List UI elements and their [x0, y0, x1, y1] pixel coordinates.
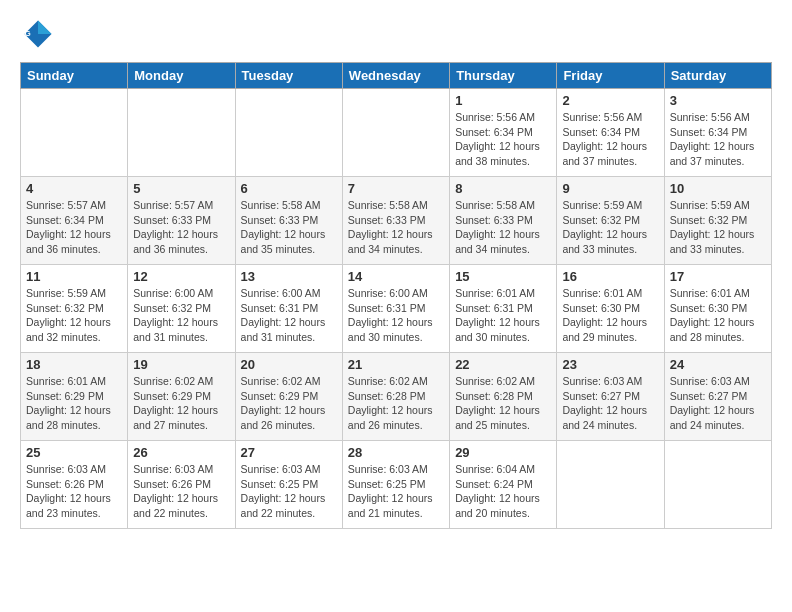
day-cell: 15Sunrise: 6:01 AM Sunset: 6:31 PM Dayli…: [450, 265, 557, 353]
day-cell: 20Sunrise: 6:02 AM Sunset: 6:29 PM Dayli…: [235, 353, 342, 441]
day-cell: 27Sunrise: 6:03 AM Sunset: 6:25 PM Dayli…: [235, 441, 342, 529]
day-cell: [342, 89, 449, 177]
day-info: Sunrise: 5:56 AM Sunset: 6:34 PM Dayligh…: [455, 110, 551, 169]
day-number: 9: [562, 181, 658, 196]
day-cell: 7Sunrise: 5:58 AM Sunset: 6:33 PM Daylig…: [342, 177, 449, 265]
day-number: 19: [133, 357, 229, 372]
day-info: Sunrise: 5:59 AM Sunset: 6:32 PM Dayligh…: [562, 198, 658, 257]
calendar-table: SundayMondayTuesdayWednesdayThursdayFrid…: [20, 62, 772, 529]
day-info: Sunrise: 6:02 AM Sunset: 6:28 PM Dayligh…: [455, 374, 551, 433]
day-cell: 26Sunrise: 6:03 AM Sunset: 6:26 PM Dayli…: [128, 441, 235, 529]
day-cell: 24Sunrise: 6:03 AM Sunset: 6:27 PM Dayli…: [664, 353, 771, 441]
day-number: 3: [670, 93, 766, 108]
day-info: Sunrise: 6:01 AM Sunset: 6:30 PM Dayligh…: [562, 286, 658, 345]
day-info: Sunrise: 5:57 AM Sunset: 6:34 PM Dayligh…: [26, 198, 122, 257]
col-header-saturday: Saturday: [664, 63, 771, 89]
day-cell: 4Sunrise: 5:57 AM Sunset: 6:34 PM Daylig…: [21, 177, 128, 265]
day-cell: 10Sunrise: 5:59 AM Sunset: 6:32 PM Dayli…: [664, 177, 771, 265]
col-header-friday: Friday: [557, 63, 664, 89]
col-header-thursday: Thursday: [450, 63, 557, 89]
day-number: 4: [26, 181, 122, 196]
day-cell: 25Sunrise: 6:03 AM Sunset: 6:26 PM Dayli…: [21, 441, 128, 529]
day-info: Sunrise: 6:00 AM Sunset: 6:31 PM Dayligh…: [241, 286, 337, 345]
day-info: Sunrise: 5:59 AM Sunset: 6:32 PM Dayligh…: [26, 286, 122, 345]
page: G SundayMondayTuesdayWednesdayThursdayFr…: [0, 0, 792, 612]
day-info: Sunrise: 5:58 AM Sunset: 6:33 PM Dayligh…: [241, 198, 337, 257]
day-cell: 13Sunrise: 6:00 AM Sunset: 6:31 PM Dayli…: [235, 265, 342, 353]
day-number: 20: [241, 357, 337, 372]
day-number: 7: [348, 181, 444, 196]
col-header-sunday: Sunday: [21, 63, 128, 89]
day-number: 14: [348, 269, 444, 284]
col-header-monday: Monday: [128, 63, 235, 89]
day-cell: [557, 441, 664, 529]
day-number: 15: [455, 269, 551, 284]
day-cell: 2Sunrise: 5:56 AM Sunset: 6:34 PM Daylig…: [557, 89, 664, 177]
day-number: 16: [562, 269, 658, 284]
day-cell: 11Sunrise: 5:59 AM Sunset: 6:32 PM Dayli…: [21, 265, 128, 353]
day-number: 28: [348, 445, 444, 460]
day-cell: 6Sunrise: 5:58 AM Sunset: 6:33 PM Daylig…: [235, 177, 342, 265]
col-header-tuesday: Tuesday: [235, 63, 342, 89]
day-number: 25: [26, 445, 122, 460]
day-info: Sunrise: 6:01 AM Sunset: 6:30 PM Dayligh…: [670, 286, 766, 345]
day-info: Sunrise: 6:02 AM Sunset: 6:29 PM Dayligh…: [133, 374, 229, 433]
day-info: Sunrise: 6:03 AM Sunset: 6:27 PM Dayligh…: [562, 374, 658, 433]
week-row-1: 4Sunrise: 5:57 AM Sunset: 6:34 PM Daylig…: [21, 177, 772, 265]
day-number: 6: [241, 181, 337, 196]
day-info: Sunrise: 6:00 AM Sunset: 6:31 PM Dayligh…: [348, 286, 444, 345]
week-row-0: 1Sunrise: 5:56 AM Sunset: 6:34 PM Daylig…: [21, 89, 772, 177]
day-info: Sunrise: 6:01 AM Sunset: 6:29 PM Dayligh…: [26, 374, 122, 433]
logo-icon: G: [20, 16, 56, 52]
week-row-4: 25Sunrise: 6:03 AM Sunset: 6:26 PM Dayli…: [21, 441, 772, 529]
day-cell: 29Sunrise: 6:04 AM Sunset: 6:24 PM Dayli…: [450, 441, 557, 529]
day-info: Sunrise: 6:03 AM Sunset: 6:25 PM Dayligh…: [348, 462, 444, 521]
day-cell: 12Sunrise: 6:00 AM Sunset: 6:32 PM Dayli…: [128, 265, 235, 353]
day-number: 5: [133, 181, 229, 196]
day-number: 18: [26, 357, 122, 372]
day-cell: [664, 441, 771, 529]
day-info: Sunrise: 6:03 AM Sunset: 6:26 PM Dayligh…: [26, 462, 122, 521]
logo: G: [20, 16, 60, 52]
day-cell: 5Sunrise: 5:57 AM Sunset: 6:33 PM Daylig…: [128, 177, 235, 265]
day-cell: [21, 89, 128, 177]
day-cell: 22Sunrise: 6:02 AM Sunset: 6:28 PM Dayli…: [450, 353, 557, 441]
day-info: Sunrise: 6:02 AM Sunset: 6:28 PM Dayligh…: [348, 374, 444, 433]
day-info: Sunrise: 6:01 AM Sunset: 6:31 PM Dayligh…: [455, 286, 551, 345]
week-row-2: 11Sunrise: 5:59 AM Sunset: 6:32 PM Dayli…: [21, 265, 772, 353]
day-info: Sunrise: 5:56 AM Sunset: 6:34 PM Dayligh…: [562, 110, 658, 169]
day-info: Sunrise: 5:58 AM Sunset: 6:33 PM Dayligh…: [455, 198, 551, 257]
day-cell: 17Sunrise: 6:01 AM Sunset: 6:30 PM Dayli…: [664, 265, 771, 353]
day-cell: 19Sunrise: 6:02 AM Sunset: 6:29 PM Dayli…: [128, 353, 235, 441]
day-info: Sunrise: 6:03 AM Sunset: 6:27 PM Dayligh…: [670, 374, 766, 433]
day-number: 27: [241, 445, 337, 460]
day-number: 2: [562, 93, 658, 108]
day-number: 22: [455, 357, 551, 372]
day-number: 26: [133, 445, 229, 460]
day-info: Sunrise: 6:04 AM Sunset: 6:24 PM Dayligh…: [455, 462, 551, 521]
day-cell: 1Sunrise: 5:56 AM Sunset: 6:34 PM Daylig…: [450, 89, 557, 177]
day-cell: 8Sunrise: 5:58 AM Sunset: 6:33 PM Daylig…: [450, 177, 557, 265]
header-row: SundayMondayTuesdayWednesdayThursdayFrid…: [21, 63, 772, 89]
week-row-3: 18Sunrise: 6:01 AM Sunset: 6:29 PM Dayli…: [21, 353, 772, 441]
day-cell: 23Sunrise: 6:03 AM Sunset: 6:27 PM Dayli…: [557, 353, 664, 441]
day-cell: [235, 89, 342, 177]
day-number: 17: [670, 269, 766, 284]
day-info: Sunrise: 5:57 AM Sunset: 6:33 PM Dayligh…: [133, 198, 229, 257]
day-number: 12: [133, 269, 229, 284]
day-cell: 16Sunrise: 6:01 AM Sunset: 6:30 PM Dayli…: [557, 265, 664, 353]
col-header-wednesday: Wednesday: [342, 63, 449, 89]
header: G: [20, 16, 772, 52]
day-cell: 3Sunrise: 5:56 AM Sunset: 6:34 PM Daylig…: [664, 89, 771, 177]
day-number: 13: [241, 269, 337, 284]
day-cell: 14Sunrise: 6:00 AM Sunset: 6:31 PM Dayli…: [342, 265, 449, 353]
day-info: Sunrise: 6:02 AM Sunset: 6:29 PM Dayligh…: [241, 374, 337, 433]
day-info: Sunrise: 6:03 AM Sunset: 6:25 PM Dayligh…: [241, 462, 337, 521]
day-info: Sunrise: 6:00 AM Sunset: 6:32 PM Dayligh…: [133, 286, 229, 345]
day-number: 8: [455, 181, 551, 196]
day-number: 11: [26, 269, 122, 284]
day-number: 21: [348, 357, 444, 372]
day-info: Sunrise: 5:59 AM Sunset: 6:32 PM Dayligh…: [670, 198, 766, 257]
day-number: 29: [455, 445, 551, 460]
day-number: 23: [562, 357, 658, 372]
